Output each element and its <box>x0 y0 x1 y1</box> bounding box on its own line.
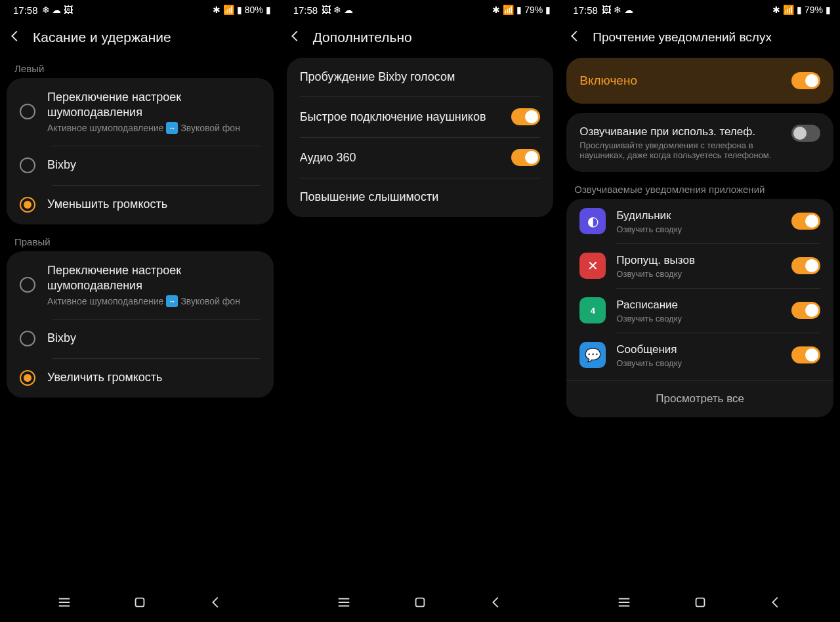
page-title: Дополнительно <box>313 30 412 45</box>
option-bixby-right[interactable]: Bixby <box>7 319 274 358</box>
status-time: 17:58 <box>293 5 318 16</box>
header: Касание и удержание <box>0 20 280 58</box>
radio-icon[interactable] <box>20 331 35 346</box>
right-options-card: Переключение настроек шумоподавления Акт… <box>7 251 274 398</box>
toggle-quick-connect[interactable] <box>511 108 540 125</box>
signal-icon: ▮ <box>797 5 802 14</box>
option-noise-right[interactable]: Переключение настроек шумоподавления Акт… <box>7 251 274 319</box>
nav-recents-icon[interactable] <box>57 595 72 612</box>
wifi-icon: 📶 <box>503 5 514 14</box>
signal-icon: ▮ <box>237 5 242 14</box>
back-icon[interactable] <box>288 29 303 46</box>
screen-advanced: 17:58 🖼 ❄ ☁ ✱ 📶 ▮ 79% ▮ Дополнительно Пр… <box>280 0 560 622</box>
nav-bar <box>0 585 280 622</box>
nav-bar <box>560 585 840 622</box>
page-title: Касание и удержание <box>33 30 171 45</box>
svg-rect-0 <box>136 598 144 607</box>
nav-home-icon[interactable] <box>693 595 707 612</box>
section-right-label: Правый <box>0 231 280 251</box>
status-bar: 17:58 ❄ ☁ 🖼 ✱ 📶 ▮ 80% ▮ <box>0 0 280 20</box>
svg-rect-1 <box>416 598 425 607</box>
option-volume-up[interactable]: Увеличить громкость <box>7 358 274 398</box>
battery-text: 79% <box>524 5 543 15</box>
status-time: 17:58 <box>573 5 598 16</box>
master-toggle-card[interactable]: Включено <box>566 58 833 104</box>
back-icon[interactable] <box>8 29 22 46</box>
item-quick-connect[interactable]: Быстрое подключение наушников <box>287 96 554 137</box>
radio-icon[interactable] <box>20 277 35 293</box>
nav-back-icon[interactable] <box>489 595 503 612</box>
nav-home-icon[interactable] <box>133 595 147 612</box>
back-icon[interactable] <box>568 29 582 46</box>
status-icons-left: 🖼 ❄ ☁ <box>322 5 353 14</box>
item-bixby-wake[interactable]: Пробуждение Bixby голосом <box>287 58 554 96</box>
wifi-icon: 📶 <box>223 5 234 14</box>
radio-icon[interactable] <box>20 197 35 213</box>
item-hearing[interactable]: Повышение слышимости <box>287 178 554 217</box>
alarm-icon: ◐ <box>579 208 606 234</box>
radio-icon[interactable] <box>20 157 35 173</box>
phone-use-card: Озвучивание при использ. телеф. Прослуши… <box>566 113 833 172</box>
battery-icon: ▮ <box>545 5 551 14</box>
nav-recents-icon[interactable] <box>617 595 631 612</box>
status-bar: 17:58 🖼 ❄ ☁ ✱ 📶 ▮ 79% ▮ <box>280 0 560 20</box>
toggle-messages[interactable] <box>791 346 820 363</box>
battery-icon: ▮ <box>826 5 831 14</box>
missed-call-icon: ✕ <box>579 253 606 279</box>
toggle-phone-use[interactable] <box>791 125 820 142</box>
radio-icon[interactable] <box>20 104 35 119</box>
battery-text: 80% <box>245 5 263 15</box>
header: Дополнительно <box>280 20 560 58</box>
signal-icon: ▮ <box>516 5 522 14</box>
app-missed-call[interactable]: ✕ Пропущ. вызов Озвучить сводку <box>566 243 833 288</box>
nav-bar <box>280 585 560 622</box>
toggle-alarm[interactable] <box>791 213 820 230</box>
bluetooth-icon: ✱ <box>213 5 220 14</box>
wifi-icon: 📶 <box>783 5 794 14</box>
svg-rect-2 <box>696 598 704 607</box>
toggle-master[interactable] <box>791 72 820 89</box>
status-icons-left: ❄ ☁ 🖼 <box>42 5 74 14</box>
status-icons-left: 🖼 ❄ ☁ <box>602 5 633 14</box>
apps-section-label: Озвучиваемые уведомления приложений <box>560 178 840 199</box>
advanced-card: Пробуждение Bixby голосом Быстрое подклю… <box>287 58 554 217</box>
toggle-schedule[interactable] <box>791 302 820 319</box>
item-audio-360[interactable]: Аудио 360 <box>287 137 554 178</box>
app-alarm[interactable]: ◐ Будильник Озвучить сводку <box>566 199 833 243</box>
calendar-icon: 4 <box>579 297 606 323</box>
header: Прочтение уведомлений вслух <box>560 20 840 58</box>
battery-text: 79% <box>805 5 823 15</box>
option-bixby-left[interactable]: Bixby <box>7 146 274 185</box>
status-bar: 17:58 🖼 ❄ ☁ ✱ 📶 ▮ 79% ▮ <box>560 0 840 20</box>
option-noise-left[interactable]: Переключение настроек шумоподавления Акт… <box>7 78 274 146</box>
master-label: Включено <box>579 73 637 88</box>
app-messages[interactable]: 💬 Сообщения Озвучить сводку <box>566 333 833 377</box>
option-volume-down[interactable]: Уменьшить громкость <box>7 185 274 224</box>
nav-home-icon[interactable] <box>413 595 427 612</box>
section-left-label: Левый <box>0 58 280 78</box>
left-options-card: Переключение настроек шумоподавления Акт… <box>7 78 274 224</box>
bluetooth-icon: ✱ <box>492 5 500 14</box>
swap-icon: ↔ <box>166 295 178 307</box>
app-schedule[interactable]: 4 Расписание Озвучить сводку <box>566 288 833 333</box>
status-time: 17:58 <box>13 5 38 16</box>
item-phone-use[interactable]: Озвучивание при использ. телеф. Прослуши… <box>566 113 833 172</box>
nav-back-icon[interactable] <box>209 595 223 612</box>
radio-icon[interactable] <box>20 370 35 386</box>
toggle-missed[interactable] <box>791 257 820 274</box>
screen-read-aloud: 17:58 🖼 ❄ ☁ ✱ 📶 ▮ 79% ▮ Прочтение уведом… <box>560 0 840 622</box>
screen-touch-hold: 17:58 ❄ ☁ 🖼 ✱ 📶 ▮ 80% ▮ Касание и удержа… <box>0 0 280 622</box>
battery-icon: ▮ <box>266 5 271 14</box>
messages-icon: 💬 <box>579 342 606 368</box>
nav-back-icon[interactable] <box>768 595 783 612</box>
bluetooth-icon: ✱ <box>772 5 780 14</box>
apps-card: ◐ Будильник Озвучить сводку ✕ Пропущ. вы… <box>566 199 833 417</box>
nav-recents-icon[interactable] <box>337 595 351 612</box>
toggle-audio-360[interactable] <box>511 149 540 166</box>
swap-icon: ↔ <box>166 122 178 134</box>
view-all-button[interactable]: Просмотреть все <box>566 380 833 417</box>
page-title: Прочтение уведомлений вслух <box>593 30 772 45</box>
